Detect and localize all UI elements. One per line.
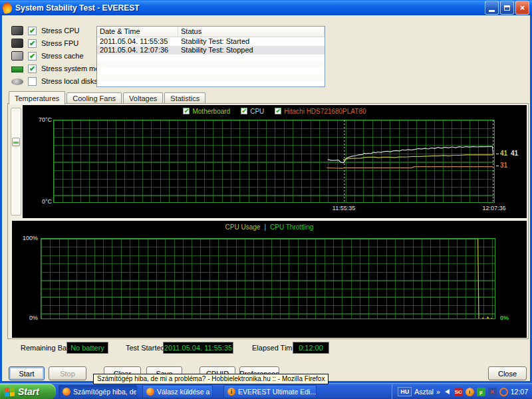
- minimize-icon: [489, 10, 495, 12]
- cpu-throttling-title: CPU Throttling: [270, 223, 313, 231]
- x-axis-start-label: 11:55:35: [327, 205, 360, 211]
- restore-button[interactable]: [500, 1, 514, 15]
- x-axis-end-label: 12:07:36: [477, 205, 511, 211]
- tick: [496, 154, 499, 154]
- language-indicator[interactable]: HU: [398, 387, 412, 396]
- cpu-usage-title: CPU Usage: [225, 223, 261, 231]
- fpu-icon: [11, 39, 23, 48]
- battery-value: No battery: [66, 342, 108, 354]
- legend-checkbox[interactable]: ✔: [183, 108, 190, 114]
- stress-cpu-label: Stress CPU: [41, 27, 79, 35]
- chevron-icon[interactable]: »: [436, 388, 440, 396]
- taskbar: Start Számítógép hiba, de ... Válasz kül…: [0, 383, 532, 399]
- stop-button[interactable]: Stop: [49, 366, 86, 380]
- stress-cpu-checkbox[interactable]: ✔: [28, 27, 37, 35]
- usage-plot-area: [41, 238, 495, 319]
- usage-end-label: 0%: [500, 315, 509, 321]
- y-axis-max-label: 70°C: [36, 116, 52, 123]
- utorrent-icon[interactable]: µ: [477, 388, 485, 396]
- tab-statistics[interactable]: Statistics: [164, 92, 205, 104]
- legend-item-cpu[interactable]: ✔ CPU: [241, 108, 264, 115]
- value-label-cpu: 41: [511, 150, 518, 157]
- column-header-datetime[interactable]: Date & Time: [97, 27, 178, 37]
- volume-icon[interactable]: [443, 388, 452, 396]
- table-row[interactable]: 2011.05.04. 11:55:35 Stability Test: Sta…: [97, 37, 325, 46]
- elapsed-time-label: Elapsed Time:: [252, 344, 299, 352]
- event-log-table[interactable]: Date & Time Status 2011.05.04. 11:55:35 …: [96, 26, 325, 87]
- table-header: Date & Time Status: [97, 27, 325, 37]
- chart-legend: ✔ Motherboard ✔ CPU ✔ Hitachi HDS721680P…: [23, 106, 527, 116]
- taskbar-tooltip: Számítógép hiba, de mi a probléma? - Hob…: [93, 374, 329, 384]
- restore-icon: [504, 5, 510, 11]
- stress-fpu-checkbox[interactable]: ✔: [28, 39, 37, 48]
- y-axis-min-label: 0°C: [40, 198, 52, 205]
- everest-icon: i: [227, 388, 235, 396]
- table-row[interactable]: 2011.05.04. 12:07:36 Stability Test: Sto…: [97, 46, 325, 55]
- slider-thumb[interactable]: [12, 138, 20, 146]
- tick: [496, 166, 499, 166]
- stress-disks-row: ✔ Stress local disks: [11, 75, 98, 87]
- sc-icon[interactable]: SC: [454, 388, 463, 396]
- y-axis-max-label: 100%: [17, 235, 38, 241]
- close-icon: ×: [520, 3, 525, 12]
- tab-voltages[interactable]: Voltages: [123, 92, 163, 104]
- disk-icon: [11, 78, 23, 85]
- tab-cooling-fans[interactable]: Cooling Fans: [66, 92, 122, 104]
- start-menu-button[interactable]: Start: [0, 384, 56, 399]
- usage-chart-title: CPU Usage | CPU Throttling: [12, 222, 527, 231]
- legend-checkbox[interactable]: ✔: [241, 108, 247, 114]
- cache-icon: [11, 51, 23, 61]
- stress-fpu-label: Stress FPU: [41, 39, 78, 47]
- window-title: System Stability Test - EVEREST: [15, 3, 483, 13]
- everest-tray-icon[interactable]: i: [466, 388, 474, 396]
- table-row-empty: [97, 61, 325, 68]
- table-row-empty: [97, 81, 325, 87]
- system-tray: HU Asztal » SC i µ ✕ 12:07: [392, 384, 532, 399]
- legend-item-motherboard[interactable]: ✔ Motherboard: [183, 108, 230, 115]
- tab-temperatures[interactable]: Temperatures: [9, 91, 65, 104]
- close-button[interactable]: Close: [488, 366, 527, 380]
- close-window-button[interactable]: ×: [515, 1, 529, 15]
- stress-cache-label: Stress cache: [41, 52, 84, 60]
- start-button[interactable]: Start: [9, 366, 45, 380]
- toolbar-asztal[interactable]: Asztal: [414, 388, 434, 396]
- table-row-empty: [97, 55, 325, 61]
- value-label-hdd: 31: [500, 162, 507, 169]
- cpu-icon: [11, 26, 23, 35]
- elapsed-time-value: 0:12:00: [293, 342, 329, 354]
- desktop: System Stability Test - EVEREST × ✔ Stre…: [0, 0, 532, 399]
- stress-cpu-row: ✔ Stress CPU: [11, 25, 79, 37]
- stress-memory-checkbox[interactable]: ✔: [28, 65, 37, 73]
- chart-scale-slider[interactable]: [11, 108, 21, 215]
- table-row-empty: [97, 68, 325, 74]
- legend-checkbox[interactable]: ✔: [275, 108, 281, 114]
- titlebar[interactable]: System Stability Test - EVEREST ×: [0, 0, 532, 15]
- stress-disks-checkbox[interactable]: ✔: [28, 77, 37, 86]
- y-axis-min-label: 0%: [25, 315, 38, 321]
- updater-icon[interactable]: [499, 388, 508, 396]
- tab-content-panel: ✔ Motherboard ✔ CPU ✔ Hitachi HDS721680P…: [7, 103, 529, 339]
- app-window: System Stability Test - EVEREST × ✔ Stre…: [0, 0, 532, 383]
- legend-item-hdd[interactable]: ✔ Hitachi HDS721680PLAT80: [275, 108, 366, 115]
- firefox-icon: [63, 388, 70, 396]
- stress-cache-checkbox[interactable]: ✔: [28, 52, 37, 61]
- memory-icon: [11, 66, 23, 72]
- tab-bar: Temperatures Cooling Fans Voltages Stati…: [9, 90, 205, 104]
- stress-cache-row: ✔ Stress cache: [11, 50, 84, 62]
- test-started-label: Test Started:: [126, 344, 167, 352]
- everest-flame-icon: [1, 1, 13, 14]
- taskbar-task-firefox-1[interactable]: Számítógép hiba, de ...: [59, 385, 137, 398]
- test-started-value: 2011.05.04. 11:55:35: [163, 342, 233, 354]
- windows-logo-icon: [5, 387, 15, 396]
- temperature-plot-area: [53, 120, 495, 203]
- cpu-usage-chart: CPU Usage | CPU Throttling 100% 0% 0%: [12, 221, 527, 338]
- column-header-status[interactable]: Status: [178, 27, 325, 37]
- taskbar-task-firefox-2[interactable]: Válasz küldése a fóru...: [142, 385, 213, 398]
- network-offline-icon[interactable]: ✕: [488, 388, 497, 396]
- clock[interactable]: 12:07: [511, 388, 528, 396]
- taskbar-task-everest[interactable]: i EVEREST Ultimate Edi...: [223, 385, 317, 398]
- stress-fpu-row: ✔ Stress FPU: [11, 37, 78, 49]
- temperature-chart: ✔ Motherboard ✔ CPU ✔ Hitachi HDS721680P…: [23, 105, 527, 218]
- table-row-empty: [97, 74, 325, 81]
- minimize-button[interactable]: [485, 1, 499, 15]
